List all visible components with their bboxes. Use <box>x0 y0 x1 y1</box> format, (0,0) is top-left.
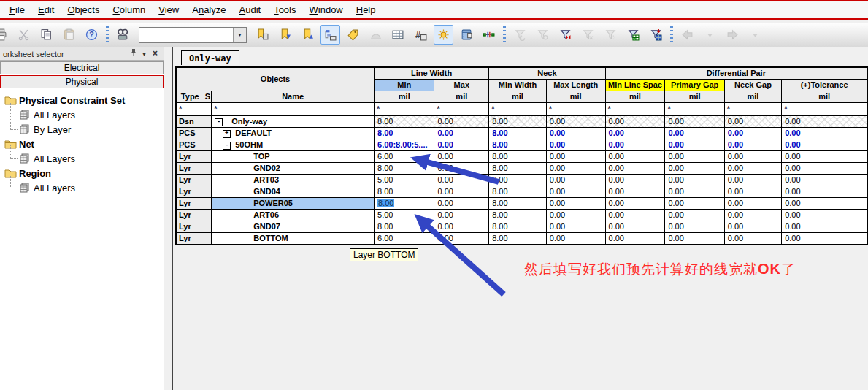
s-cell[interactable] <box>204 186 212 198</box>
type-cell[interactable]: Lyr <box>176 151 204 163</box>
value-cell[interactable]: 0.00 <box>605 198 665 210</box>
s-cell[interactable] <box>204 163 212 175</box>
value-cell[interactable]: 8.00 <box>489 163 547 175</box>
value-cell[interactable]: 0.00 <box>665 233 724 245</box>
value-cell[interactable]: 0.00 <box>724 210 781 221</box>
type-cell[interactable]: Lyr <box>176 163 204 175</box>
filter-cell-value-7[interactable]: * <box>782 103 867 116</box>
value-cell[interactable]: 0.00 <box>724 151 781 163</box>
s-cell[interactable] <box>204 151 212 163</box>
copy-icon[interactable] <box>37 25 56 45</box>
filter-cell-value-6[interactable]: * <box>724 103 781 116</box>
column-header-max-length[interactable]: Max Length <box>546 80 605 91</box>
sun-icon[interactable] <box>434 25 453 45</box>
find-icon[interactable] <box>113 25 133 45</box>
value-cell[interactable]: 5.00 <box>375 210 434 221</box>
find-combobox-input[interactable] <box>139 28 233 42</box>
filter-clear-icon[interactable] <box>556 25 575 45</box>
value-cell[interactable]: 0.00 <box>434 163 489 175</box>
value-cell[interactable]: 0.00 <box>665 139 724 151</box>
value-cell[interactable]: 0.00 <box>546 210 605 221</box>
value-cell[interactable]: 0.00 <box>782 151 867 163</box>
value-cell[interactable]: 8.00 <box>489 233 547 245</box>
name-cell[interactable]: BOTTOM <box>212 233 375 245</box>
type-cell[interactable]: Lyr <box>176 198 204 210</box>
worksheet-tree-icon[interactable] <box>320 25 340 45</box>
type-cell[interactable]: Lyr <box>176 175 204 186</box>
s-cell[interactable] <box>204 115 212 128</box>
tree-item-all-layers[interactable]: All Layers <box>0 180 164 195</box>
value-cell[interactable]: 0.00 <box>434 175 489 186</box>
menu-item-tools[interactable]: Tools <box>267 4 302 15</box>
tree-item-region[interactable]: Region <box>0 166 164 180</box>
help-icon[interactable]: ? <box>82 25 101 45</box>
value-cell[interactable]: 0.00 <box>546 151 605 163</box>
name-cell[interactable]: GND04 <box>212 186 375 198</box>
name-cell[interactable]: +DEFAULT <box>212 128 375 139</box>
filter-cell-type[interactable]: * <box>176 103 204 116</box>
filter-cell-value-3[interactable]: * <box>546 103 605 116</box>
value-cell[interactable]: 8.00 <box>375 221 434 233</box>
value-cell[interactable]: 0.00 <box>782 198 867 210</box>
bookmark-stack-icon[interactable] <box>253 25 272 45</box>
group-header-differential-pair[interactable]: Differential Pair <box>605 67 867 80</box>
value-cell[interactable]: 0.00 <box>546 221 605 233</box>
filter-cell-value-2[interactable]: * <box>489 103 547 116</box>
type-cell[interactable]: Lyr <box>176 210 204 221</box>
menu-item-column[interactable]: Column <box>106 4 152 15</box>
value-cell[interactable]: 0.00 <box>782 163 867 175</box>
value-cell[interactable]: 0.00 <box>605 139 665 151</box>
value-cell[interactable]: 0.00 <box>724 115 781 128</box>
object-header-name[interactable]: Name <box>212 91 375 103</box>
notebook-icon[interactable] <box>456 25 476 45</box>
value-cell[interactable]: 0.00 <box>605 128 665 139</box>
value-cell[interactable]: 8.00 <box>375 198 434 210</box>
collapse-icon[interactable]: - <box>215 118 223 126</box>
value-cell[interactable]: 0.00 <box>434 139 489 151</box>
find-combobox[interactable]: ▼ <box>139 27 247 43</box>
menu-item-objects[interactable]: Objects <box>61 4 106 15</box>
value-cell[interactable]: 0.00 <box>546 128 605 139</box>
column-header-max[interactable]: Max <box>434 80 489 91</box>
value-cell[interactable]: 0.00 <box>724 186 781 198</box>
s-cell[interactable] <box>204 175 212 186</box>
value-cell[interactable]: 8.00 <box>489 128 547 139</box>
dropdown-icon[interactable]: ▾ <box>139 48 150 59</box>
value-cell[interactable]: 0.00 <box>782 186 867 198</box>
value-cell[interactable]: 0.00 <box>782 128 867 139</box>
column-header-min-line-spac[interactable]: Min Line Spac <box>605 80 665 91</box>
name-cell[interactable]: -50OHM <box>212 139 375 151</box>
name-cell[interactable]: GND02 <box>212 163 375 175</box>
value-cell[interactable]: 0.00 <box>605 115 665 128</box>
group-header-objects[interactable]: Objects <box>176 67 375 91</box>
value-cell[interactable]: 0.00 <box>665 115 724 128</box>
value-cell[interactable]: 0.00 <box>724 198 781 210</box>
value-cell[interactable]: 0.00 <box>724 221 781 233</box>
name-cell[interactable]: ART03 <box>212 175 375 186</box>
filter-cell-value-1[interactable]: * <box>434 103 489 116</box>
value-cell[interactable]: 8.00 <box>489 210 547 221</box>
value-cell[interactable]: 0.00 <box>605 175 665 186</box>
net-route-icon[interactable] <box>479 25 499 45</box>
type-cell[interactable]: PCS <box>176 128 204 139</box>
type-cell[interactable]: Lyr <box>176 233 204 245</box>
value-cell[interactable]: 0.00 <box>665 128 724 139</box>
value-cell[interactable]: 0.00 <box>665 163 724 175</box>
value-cell[interactable]: 0.00 <box>665 175 724 186</box>
value-cell[interactable]: 0.00 <box>546 233 605 245</box>
value-cell[interactable]: 0.00 <box>605 163 665 175</box>
value-cell[interactable]: 0.00 <box>605 186 665 198</box>
filter-table-icon[interactable] <box>623 25 643 45</box>
value-cell[interactable]: 0.00 <box>605 210 665 221</box>
value-cell[interactable]: 0.00 <box>434 128 489 139</box>
filter-cell-name[interactable]: * <box>212 103 375 116</box>
print-icon[interactable] <box>0 25 11 45</box>
value-cell[interactable]: 0.00 <box>546 186 605 198</box>
value-cell[interactable]: 0.00 <box>434 115 489 128</box>
value-cell[interactable]: 0.00 <box>434 198 489 210</box>
value-cell[interactable]: 8.00 <box>489 221 547 233</box>
menu-item-window[interactable]: Window <box>303 4 350 15</box>
value-cell[interactable]: 0.00 <box>782 233 867 245</box>
filter-cell-value-5[interactable]: * <box>665 103 724 116</box>
value-cell[interactable]: 0.00 <box>546 115 605 128</box>
